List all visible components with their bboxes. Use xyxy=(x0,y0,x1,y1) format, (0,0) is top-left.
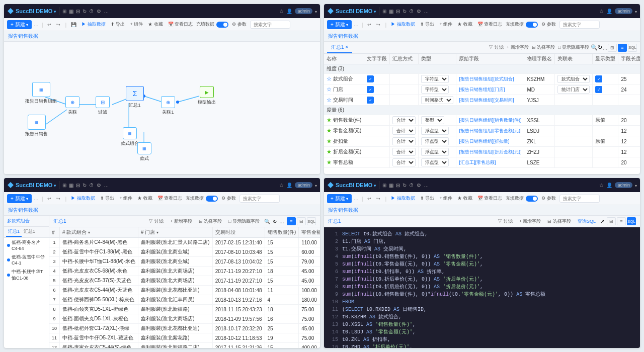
table-row[interactable]: 6低裆-光皮皮衣C5-44(M)-天蓝色鑫利服装(淮北花都比亚迪)2018-04… xyxy=(49,286,320,295)
table-row[interactable]: ★ 折后金额(元) 合计 浮点型 [报告日销售组组][折后金额(元)] ZHZJ… xyxy=(324,147,640,157)
title-dropdown-2[interactable] xyxy=(374,8,376,14)
refresh-icon-6[interactable]: ↻ xyxy=(403,183,407,188)
collect-btn[interactable]: ★ 收藏 xyxy=(146,20,165,29)
node-sum1[interactable]: Σ 汇总1 xyxy=(126,86,144,109)
export-btn-4[interactable]: ⬆ 导出 xyxy=(419,194,436,203)
mode-toggle-3[interactable] xyxy=(206,196,218,202)
export-btn-3[interactable]: ⬆ 导出 xyxy=(99,194,116,203)
collect-btn-4[interactable]: ★ 收藏 xyxy=(456,194,474,203)
search-input[interactable] xyxy=(250,21,290,29)
select-field-btn-2[interactable]: ⊟ 选择字段 xyxy=(530,43,557,52)
search-input-2[interactable] xyxy=(559,21,600,29)
title-dropdown-3[interactable] xyxy=(54,182,56,188)
add-field-btn-3[interactable]: + 组件 xyxy=(118,194,134,203)
grid-icon-2[interactable]: ⊞ xyxy=(382,9,386,14)
grid-view-btn-2[interactable]: ⊞ xyxy=(608,44,617,52)
more-icon-2[interactable]: … xyxy=(424,9,429,14)
list-view-btn-3[interactable]: ⊟ xyxy=(297,217,306,225)
query-sql-btn[interactable]: 查询SQL xyxy=(576,218,598,225)
save-btn[interactable]: 💾 xyxy=(69,21,78,28)
node-join1[interactable]: ⊕ 关联1 xyxy=(161,96,175,116)
more-btn-6[interactable]: … xyxy=(354,196,359,201)
params-btn-3[interactable]: ⚙ 参数 xyxy=(220,194,237,203)
tab-sum1-2[interactable]: 汇总1 × xyxy=(327,42,352,53)
filter-btn-4[interactable]: ▽ 过滤 xyxy=(496,218,515,225)
search-input-3[interactable] xyxy=(239,195,280,203)
admin-dropdown-4[interactable] xyxy=(635,183,637,188)
params-btn-4[interactable]: ⚙ 参数 xyxy=(540,194,557,203)
clock-icon[interactable]: ⏱ xyxy=(89,9,94,14)
new-button-3[interactable]: + 新建 xyxy=(7,194,32,203)
col-qty[interactable]: 销售数量(件) xyxy=(265,227,299,238)
table-row[interactable]: 11中裆-蓝雪中牛仔D5-2XL-藏蓝色鑫利服装(淮北紫花路)2018-10-1… xyxy=(49,333,320,343)
tab-sum-fields[interactable]: 汇总1 xyxy=(6,227,22,237)
table-row[interactable]: ★ 销售数量(件) 合计 整型 [报告日销售组组][销售数量(件)] XSSL … xyxy=(324,115,640,126)
hide-field-btn-2[interactable]: □ 显示隐藏字段 xyxy=(556,43,591,52)
type-select-6[interactable]: 浮点型 xyxy=(421,137,449,145)
table-row[interactable]: 2低裆-蓝雪中牛仔C1-88(M)-黑色鑫利服装(淮北商业城)2017-08-1… xyxy=(49,247,320,257)
new-field-btn-3[interactable]: + 新增字段 xyxy=(168,218,194,225)
node-report-daily[interactable]: ▦ 报告日销售组组 xyxy=(25,82,57,105)
table-view-btn-2[interactable]: ≡ xyxy=(618,44,627,52)
new-button-2[interactable]: + 新建 xyxy=(327,20,352,29)
mode-toggle-2[interactable] xyxy=(526,22,538,28)
sql-editor[interactable]: 1SELECT t0.款式组合 AS 款式组合,2 t1.门店 AS 门店,3 … xyxy=(324,227,640,348)
tab-sum-fields2[interactable]: 汇总1 xyxy=(22,227,37,237)
method-select-2[interactable]: 合计 xyxy=(392,127,416,135)
redo-btn-3[interactable]: ↪ xyxy=(55,195,62,202)
table-row[interactable]: ☆ 款式组合 ✓ 字符型 [报告日销售组组][款式组合] KSZHM 款式组合 … xyxy=(324,74,640,84)
title-dropdown-4[interactable] xyxy=(374,182,376,188)
run-btn-2[interactable]: ▶ 抽取数据 xyxy=(389,20,417,29)
more-btn-3[interactable]: … xyxy=(602,45,608,51)
star-icon-4[interactable]: ☆ xyxy=(599,183,604,188)
add-field-btn-2[interactable]: + 组件 xyxy=(438,20,454,29)
col-time[interactable]: 交易时段 xyxy=(212,227,265,238)
node-report-daily2[interactable]: ▦ 报告日销售 xyxy=(25,115,48,137)
mode-toggle-4[interactable] xyxy=(526,196,538,202)
type-select-3[interactable]: 时间格式 xyxy=(421,96,453,104)
title-dropdown[interactable] xyxy=(54,8,56,14)
chart-icon-4[interactable]: ⊟ xyxy=(396,183,400,188)
table-icon[interactable]: ▦ xyxy=(69,9,73,14)
clock-icon-4[interactable]: ⏱ xyxy=(409,183,414,188)
join-select[interactable]: 款式组合 xyxy=(557,75,590,83)
add-field-btn-4[interactable]: + 组件 xyxy=(438,194,454,203)
table-row[interactable]: 8低裆-面领夹克D5-1XL-橙绿色鑫利服装(淮北新疆路)2018-11-15 … xyxy=(49,305,320,314)
table-icon-2[interactable]: ▦ xyxy=(389,9,393,14)
grid-icon-4[interactable]: ⊞ xyxy=(382,183,386,188)
calendar-btn-3[interactable]: 📅 查看日志 xyxy=(156,194,184,203)
new-button[interactable]: + 新建 xyxy=(7,20,32,29)
field-item-1[interactable]: 低裆-商务名片C4-84 xyxy=(4,238,49,252)
undo-btn-4[interactable]: ↩ xyxy=(366,195,373,202)
grid-icon-3[interactable]: ⊞ xyxy=(62,183,66,188)
refresh-icon-3[interactable]: ↻ xyxy=(598,44,602,51)
add-field-btn[interactable]: + 组件 xyxy=(128,20,144,29)
table-row[interactable]: 10低裆-枇杷外套C1-72(XL)-淡绿鑫利服装(淮北花都比亚迪)2018-1… xyxy=(49,324,320,333)
col-store[interactable]: # 门店 xyxy=(138,227,213,238)
chart-icon-3[interactable]: ⊟ xyxy=(76,183,80,188)
new-field-btn-2[interactable]: + 新增字段 xyxy=(505,43,530,52)
method-select-1[interactable]: 合计 xyxy=(392,116,416,124)
table-view-btn-3[interactable]: ≡ xyxy=(287,217,296,225)
clock-icon-3[interactable]: ⏱ xyxy=(89,183,94,188)
redo-btn-2[interactable]: ↪ xyxy=(375,21,382,28)
search-icon-2[interactable]: 🔍 xyxy=(591,44,598,51)
table-row[interactable]: 7低裆-便裤西裤D5-50(XL)-棕灰色鑫利服装(淮北汇丰四员)2018-10… xyxy=(49,295,320,305)
type-select-4[interactable]: 整型 xyxy=(421,116,444,124)
star-icon-2[interactable]: ☆ xyxy=(599,9,604,14)
more-btn-4[interactable]: … xyxy=(34,196,39,201)
more-btn-5[interactable]: … xyxy=(279,219,284,224)
filter-btn-3[interactable]: ▽ 过滤 xyxy=(146,218,166,225)
table-row[interactable]: ☆ 交易时间 ✓ 时间格式 [报告日销售组组][交易时间] YJSJ xyxy=(324,95,640,106)
field-item-2[interactable]: 低裆-蓝雪中牛仔C4-1 xyxy=(4,252,49,267)
more-icon-4[interactable]: … xyxy=(424,183,429,188)
table-row[interactable]: ★ 折扣量 合计 浮点型 [报告日销售组组][折扣量] ZKL 原值 12 2 xyxy=(324,136,640,147)
star-icon-3[interactable]: ☆ xyxy=(279,183,284,188)
hide-field-btn-3[interactable]: □ 显示隐藏字段 xyxy=(226,218,262,225)
expand-icon[interactable]: ⤢ xyxy=(600,219,604,224)
refresh-icon-4[interactable]: ↻ xyxy=(83,183,87,188)
node-output[interactable]: ▶ 模型输出 xyxy=(198,86,216,106)
table-view-btn-4[interactable]: ⊞ xyxy=(607,217,616,225)
admin-dropdown[interactable] xyxy=(315,9,317,14)
type-select-7[interactable]: 浮点型 xyxy=(421,148,449,156)
